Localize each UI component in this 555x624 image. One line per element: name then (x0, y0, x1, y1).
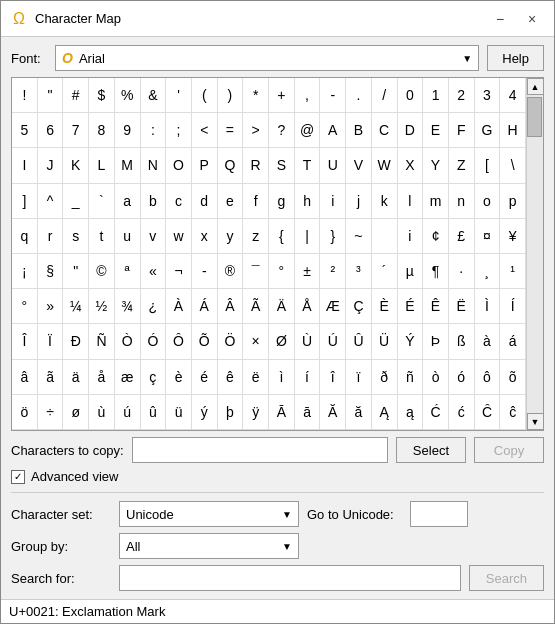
char-cell[interactable]: ² (320, 254, 346, 289)
font-dropdown[interactable]: O Arial ▼ (55, 45, 479, 71)
scroll-up-button[interactable]: ▲ (527, 78, 544, 95)
char-cell[interactable]: ¶ (423, 254, 449, 289)
select-button[interactable]: Select (396, 437, 466, 463)
group-by-dropdown[interactable]: All ▼ (119, 533, 299, 559)
char-cell[interactable]: & (141, 78, 167, 113)
char-cell[interactable]: ! (12, 78, 38, 113)
help-button[interactable]: Help (487, 45, 544, 71)
char-cell[interactable]: Ó (141, 324, 167, 359)
char-cell[interactable]: ³ (346, 254, 372, 289)
char-cell[interactable]: " (63, 254, 89, 289)
char-cell[interactable]: : (141, 113, 167, 148)
char-cell[interactable]: v (141, 219, 167, 254)
char-cell[interactable]: ° (269, 254, 295, 289)
char-cell[interactable]: r (38, 219, 64, 254)
char-cell[interactable]: f (243, 184, 269, 219)
char-cell[interactable]: à (475, 324, 501, 359)
char-cell[interactable]: [ (475, 148, 501, 183)
char-cell[interactable]: \ (500, 148, 526, 183)
char-cell[interactable]: } (320, 219, 346, 254)
char-cell[interactable]: Ô (166, 324, 192, 359)
char-cell[interactable]: » (38, 289, 64, 324)
char-cell[interactable]: ( (192, 78, 218, 113)
char-cell[interactable]: Ò (115, 324, 141, 359)
char-cell[interactable]: ^ (38, 184, 64, 219)
char-cell[interactable]: s (63, 219, 89, 254)
char-cell[interactable]: H (500, 113, 526, 148)
char-cell[interactable]: Õ (192, 324, 218, 359)
char-cell[interactable]: ¥ (500, 219, 526, 254)
char-cell[interactable]: Ã (243, 289, 269, 324)
char-cell[interactable]: ê (218, 360, 244, 395)
char-cell[interactable]: ð (372, 360, 398, 395)
char-cell[interactable]: 2 (449, 78, 475, 113)
char-cell[interactable]: Æ (320, 289, 346, 324)
char-cell[interactable]: y (218, 219, 244, 254)
char-cell[interactable]: Í (500, 289, 526, 324)
char-cell[interactable]: Ç (346, 289, 372, 324)
char-cell[interactable]: u (115, 219, 141, 254)
char-cell[interactable]: - (192, 254, 218, 289)
char-cell[interactable]: Ú (320, 324, 346, 359)
char-cell[interactable]: î (320, 360, 346, 395)
char-cell[interactable]: ÿ (243, 395, 269, 430)
char-cell[interactable]: M (115, 148, 141, 183)
char-cell[interactable]: _ (63, 184, 89, 219)
char-cell[interactable]: Å (295, 289, 321, 324)
char-cell[interactable]: í (295, 360, 321, 395)
char-cell[interactable]: ª (115, 254, 141, 289)
char-cell[interactable]: Þ (423, 324, 449, 359)
char-cell[interactable]: z (243, 219, 269, 254)
char-cell[interactable]: n (449, 184, 475, 219)
char-cell[interactable]: ? (269, 113, 295, 148)
char-cell[interactable]: ã (38, 360, 64, 395)
char-cell[interactable]: # (63, 78, 89, 113)
char-cell[interactable]: è (166, 360, 192, 395)
char-cell[interactable]: Ë (449, 289, 475, 324)
char-cell[interactable]: Á (192, 289, 218, 324)
char-cell[interactable]: " (38, 78, 64, 113)
char-cell[interactable]: ¢ (423, 219, 449, 254)
char-cell[interactable]: m (423, 184, 449, 219)
char-cell[interactable]: 4 (500, 78, 526, 113)
char-cell[interactable]: Ö (218, 324, 244, 359)
char-cell[interactable]: p (500, 184, 526, 219)
char-cell[interactable]: a (115, 184, 141, 219)
char-cell[interactable]: ç (141, 360, 167, 395)
char-cell[interactable]: £ (449, 219, 475, 254)
char-cell[interactable]: b (141, 184, 167, 219)
char-cell[interactable]: ' (166, 78, 192, 113)
scrollbar[interactable]: ▲ ▼ (526, 78, 543, 430)
scroll-track[interactable] (527, 95, 543, 413)
char-cell[interactable]: - (320, 78, 346, 113)
char-cell[interactable]: X (398, 148, 424, 183)
char-cell[interactable]: µ (398, 254, 424, 289)
char-cell[interactable]: § (38, 254, 64, 289)
char-cell[interactable]: é (192, 360, 218, 395)
char-cell[interactable]: × (243, 324, 269, 359)
char-cell[interactable]: < (192, 113, 218, 148)
char-cell[interactable]: ½ (89, 289, 115, 324)
char-cell[interactable]: Ð (63, 324, 89, 359)
char-cell[interactable]: 3 (475, 78, 501, 113)
search-button[interactable]: Search (469, 565, 544, 591)
scroll-down-button[interactable]: ▼ (527, 413, 544, 430)
char-cell[interactable]: 0 (398, 78, 424, 113)
char-cell[interactable]: ÷ (38, 395, 64, 430)
char-cell[interactable]: Ý (398, 324, 424, 359)
char-cell[interactable]: Ĉ (475, 395, 501, 430)
char-cell[interactable]: c (166, 184, 192, 219)
char-cell[interactable]: Q (218, 148, 244, 183)
char-cell[interactable]: { (269, 219, 295, 254)
char-cell[interactable]: T (295, 148, 321, 183)
char-cell[interactable]: 7 (63, 113, 89, 148)
char-cell[interactable] (372, 219, 398, 254)
char-cell[interactable]: x (192, 219, 218, 254)
char-cell[interactable]: Î (12, 324, 38, 359)
char-cell[interactable]: ø (63, 395, 89, 430)
char-cell[interactable]: j (346, 184, 372, 219)
char-cell[interactable]: l (398, 184, 424, 219)
char-cell[interactable]: õ (500, 360, 526, 395)
char-cell[interactable]: * (243, 78, 269, 113)
char-cell[interactable]: Ì (475, 289, 501, 324)
